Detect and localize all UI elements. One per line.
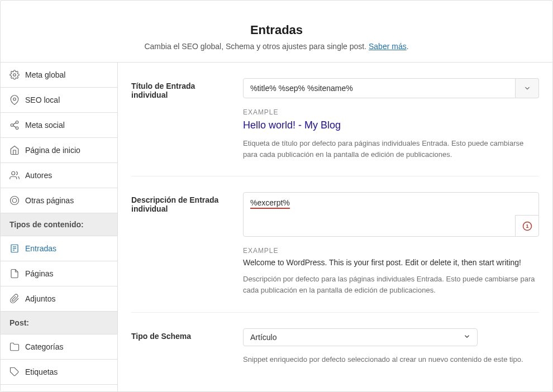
schema-help-text: Snippet enriquecido por defecto seleccio… xyxy=(243,354,539,365)
page-icon xyxy=(9,269,20,279)
gear-icon xyxy=(9,70,20,80)
sidebar-item-label: Autores xyxy=(25,171,52,180)
sidebar-item-label: Otras páginas xyxy=(25,196,74,205)
sidebar-item-label: Categorías xyxy=(25,342,63,351)
variables-dropdown-button[interactable] xyxy=(516,78,539,98)
sidebar-item-entradas[interactable]: Entradas xyxy=(1,236,117,261)
content-area: Título de Entrada individual EXAMPLE Hel… xyxy=(118,63,552,391)
sidebar-item-adjuntos[interactable]: Adjuntos xyxy=(1,286,117,312)
page-header: Entradas Cambia el SEO global, Schema y … xyxy=(1,1,552,63)
page-subtitle: Cambia el SEO global, Schema y otros aju… xyxy=(12,42,541,51)
sidebar-item-label: Páginas xyxy=(25,269,54,278)
svg-point-7 xyxy=(12,171,15,175)
sidebar-item-label: Etiquetas xyxy=(25,367,58,376)
svg-point-3 xyxy=(11,124,13,127)
sidebar-item-other-pages[interactable]: Otras páginas xyxy=(1,188,117,213)
svg-point-9 xyxy=(12,198,17,203)
page-title: Entradas xyxy=(12,23,541,37)
home-icon xyxy=(9,145,20,155)
svg-point-0 xyxy=(13,74,16,77)
sidebar: Meta global SEO local Meta social Página… xyxy=(1,63,118,391)
description-example-preview: Welcome to WordPress. This is your first… xyxy=(243,258,539,267)
sidebar-item-label: Meta global xyxy=(25,70,65,79)
title-input[interactable] xyxy=(243,78,516,98)
example-label: EXAMPLE xyxy=(243,108,539,116)
sidebar-item-homepage[interactable]: Página de inicio xyxy=(1,138,117,163)
svg-text:1: 1 xyxy=(526,223,528,229)
tag-icon xyxy=(9,367,20,377)
description-value: %excerpt% xyxy=(250,198,290,209)
length-indicator-icon[interactable]: 1 xyxy=(515,215,538,236)
description-textarea[interactable]: %excerpt% 1 xyxy=(243,192,539,237)
svg-point-2 xyxy=(16,121,18,124)
description-help-text: Descripción por defecto para las páginas… xyxy=(243,274,539,296)
svg-point-8 xyxy=(11,197,19,205)
layers-icon xyxy=(9,195,20,205)
field-row-schema: Tipo de Schema Artículo Snippet enriquec… xyxy=(131,313,539,381)
share-icon xyxy=(9,120,20,130)
field-label-schema: Tipo de Schema xyxy=(131,328,221,365)
sidebar-item-paginas[interactable]: Páginas xyxy=(1,261,117,286)
svg-point-1 xyxy=(13,98,16,101)
sidebar-item-etiquetas[interactable]: Etiquetas xyxy=(1,360,117,385)
sidebar-item-label: Página de inicio xyxy=(25,146,80,155)
learn-more-link[interactable]: Saber más xyxy=(369,42,407,51)
example-label: EXAMPLE xyxy=(243,247,539,255)
svg-line-6 xyxy=(13,123,16,125)
sidebar-item-label: Adjuntos xyxy=(25,294,55,303)
sidebar-item-label: Meta social xyxy=(25,121,65,130)
sidebar-item-meta-global[interactable]: Meta global xyxy=(1,63,117,88)
field-row-description: Descripción de Entrada individual %excer… xyxy=(131,176,539,312)
sidebar-heading-content-types: Tipos de contenido: xyxy=(1,213,117,236)
field-label-description: Descripción de Entrada individual xyxy=(131,192,221,296)
people-icon xyxy=(9,170,20,180)
title-help-text: Etiqueta de título por defecto para pági… xyxy=(243,138,539,160)
field-row-title: Título de Entrada individual EXAMPLE Hel… xyxy=(131,63,539,176)
location-icon xyxy=(9,95,20,105)
sidebar-item-label: SEO local xyxy=(25,95,60,104)
svg-line-5 xyxy=(13,126,16,127)
schema-select[interactable]: Artículo xyxy=(243,328,478,346)
title-example-preview: Hello world! - My Blog xyxy=(243,119,539,131)
post-icon xyxy=(9,243,20,254)
svg-point-4 xyxy=(16,127,18,130)
sidebar-item-label: Entradas xyxy=(25,244,56,253)
sidebar-heading-post: Post: xyxy=(1,312,117,334)
sidebar-item-meta-social[interactable]: Meta social xyxy=(1,113,117,138)
clip-icon xyxy=(9,294,20,304)
field-label-title: Título de Entrada individual xyxy=(131,78,221,160)
sidebar-item-authors[interactable]: Autores xyxy=(1,163,117,188)
sidebar-item-seo-local[interactable]: SEO local xyxy=(1,88,117,113)
sidebar-item-categorias[interactable]: Categorías xyxy=(1,334,117,360)
folder-icon xyxy=(9,342,20,352)
